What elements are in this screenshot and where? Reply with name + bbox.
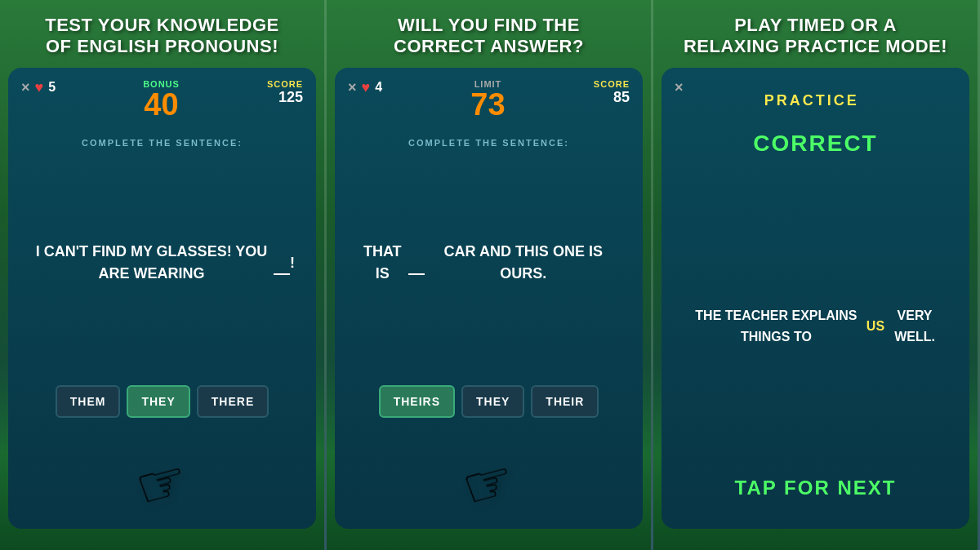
sentence-practice: THE TEACHER EXPLAINS THINGS TO US VERY W… [675,176,956,477]
answer-btn-they2[interactable]: THEY [461,385,524,418]
game-card-3: × PRACTICE CORRECT THE TEACHER EXPLAINS … [662,68,969,529]
panel-1-header-line2: OF ENGLISH PRONOUNS! [13,36,311,57]
answer-btn-theirs[interactable]: ThEIRS [379,385,455,418]
finger-icon-2: ☞ [457,450,521,518]
score-value-1: 125 [278,89,303,106]
card-header-2: × ♥ 4 LIMIT 73 SCORE 85 [348,79,630,120]
practice-label: PRACTICE [764,92,859,109]
panel-3-header-line1: PLAY TIMED OR A [666,15,964,36]
complete-label-2: COMPLETE THE SENTENCE: [408,138,569,148]
hearts-count-1: 5 [48,80,56,95]
bonus-value-1: 40 [144,89,178,120]
answer-btn-them[interactable]: THEM [56,385,121,418]
sentence-part2: VERY WELL. [884,305,945,347]
correct-label: CORRECT [753,131,877,157]
close-button-3[interactable]: × [675,79,684,96]
panel-1: TEST YOUR KNOWLEDGE OF ENGLISH PRONOUNS!… [0,0,327,550]
hearts-count-2: 4 [375,80,382,95]
answer-btn-their[interactable]: TheiR [531,385,599,418]
limit-area-2: LIMIT 73 [470,79,505,120]
panel-2: WILL YOU FIND THE CORRECT ANSWER? × ♥ 4 … [327,0,653,550]
score-area-2: SCORE 85 [594,79,630,106]
panel-1-header-line1: TEST YOUR KNOWLEDGE [13,15,311,36]
panel-3-header: PLAY TIMED OR A RELAXING PRACTICE MODE! [653,0,978,68]
sentence-1: I CAN'T FIND MY GLASSES! YOU ARE WEARING… [21,157,303,369]
panel-3: PLAY TIMED OR A RELAXING PRACTICE MODE! … [653,0,980,550]
complete-label-1: COMPLETE THE SENTENCE: [82,138,243,148]
answer-btn-they[interactable]: THEY [127,385,189,418]
card-wrapper-2: × ♥ 4 LIMIT 73 SCORE 85 COMPLETE THE SEN… [327,68,651,550]
blank-1 [274,251,290,275]
heart-icon-2: ♥ [362,79,371,96]
sentence-part1: THE TEACHER EXPLAINS THINGS TO [686,305,866,347]
close-button-2[interactable]: × [348,79,357,96]
panel-2-header: WILL YOU FIND THE CORRECT ANSWER? [327,0,651,68]
sentence-highlight-us: US [866,316,884,337]
card-wrapper-3: × PRACTICE CORRECT THE TEACHER EXPLAINS … [653,68,978,550]
card-header-1: × ♥ 5 BONUS 40 SCORE 125 [21,79,303,120]
game-card-2: × ♥ 4 LIMIT 73 SCORE 85 COMPLETE THE SEN… [335,68,643,529]
limit-value-2: 73 [470,89,505,120]
sentence-2: THAT IS CAR AND THIS ONE IS OURS. [348,157,630,369]
score-area-1: SCORE 125 [267,79,303,106]
panel-1-header: TEST YOUR KNOWLEDGE OF ENGLISH PRONOUNS! [0,0,324,68]
tap-for-next[interactable]: TAP FOR NEXT [735,477,897,499]
card-header-3: × PRACTICE [675,79,956,126]
game-card-1: × ♥ 5 BONUS 40 SCORE 125 COMPLETE THE SE… [8,68,316,529]
panel-2-header-line2: CORRECT ANSWER? [340,36,638,57]
panel-3-header-line2: RELAXING PRACTICE MODE! [666,36,964,57]
bonus-area-1: BONUS 40 [143,79,180,120]
score-value-2: 85 [613,89,630,106]
finger-area-1: ☞ [21,431,303,512]
panel-2-header-line1: WILL YOU FIND THE [340,15,638,36]
finger-icon-1: ☞ [130,450,194,518]
score-label-1: SCORE [267,79,303,89]
finger-area-2: ☞ [348,431,630,512]
blank-2 [408,251,425,275]
answer-buttons-1: THEM THEY THERE [56,385,269,418]
card-wrapper-1: × ♥ 5 BONUS 40 SCORE 125 COMPLETE THE SE… [0,68,324,550]
heart-icon-1: ♥ [35,79,44,96]
answer-btn-there[interactable]: THERE [197,385,269,418]
answer-buttons-2: ThEIRS THEY TheiR [379,385,599,418]
score-label-2: SCORE [594,79,630,89]
close-button-1[interactable]: × [21,79,30,96]
